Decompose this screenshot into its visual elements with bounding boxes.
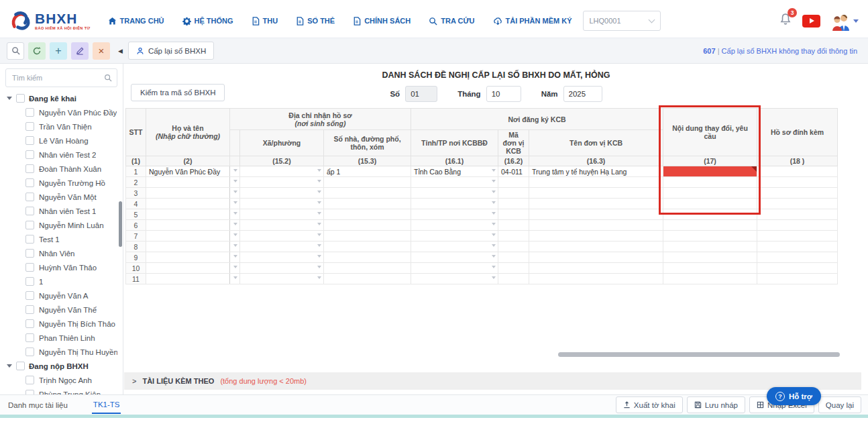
cell-street[interactable] (324, 252, 411, 263)
tree-item[interactable]: Nguyễn Minh Luân (0, 218, 123, 232)
nav-tra-cuu[interactable]: TRA CỨU (429, 17, 474, 25)
cell-kcb-code[interactable] (498, 209, 529, 220)
cell-province-residence[interactable] (230, 274, 240, 284)
cell-kcb-code[interactable] (498, 199, 529, 209)
item-checkbox[interactable] (25, 263, 34, 272)
cell-province-residence[interactable] (230, 242, 240, 252)
item-checkbox[interactable] (25, 207, 34, 215)
cell-kcb-province[interactable] (411, 188, 498, 199)
cell-kcb-name[interactable] (529, 220, 663, 231)
cell-province-residence[interactable] (230, 177, 240, 188)
cell-change[interactable] (663, 231, 757, 242)
so-input[interactable] (405, 86, 437, 102)
save-draft-button[interactable]: Lưu nháp (687, 396, 745, 413)
cell-kcb-name[interactable] (529, 199, 663, 209)
cell-ward[interactable] (240, 263, 324, 274)
cell-change[interactable] (663, 209, 757, 220)
cell-kcb-code[interactable] (498, 263, 529, 274)
cell-kcb-province[interactable]: Tỉnh Cao Bằng (411, 166, 498, 177)
cell-name[interactable]: Nguyễn Văn Phúc Đầy (146, 166, 230, 177)
group-checkbox[interactable] (16, 94, 25, 103)
cell-kcb-code[interactable] (498, 177, 529, 188)
help-button[interactable]: ? Hỗ trợ (767, 387, 821, 405)
tree-item[interactable]: Trần Văn Thiện (0, 119, 123, 133)
cell-attach[interactable] (757, 209, 838, 220)
back-button[interactable]: Quay lại (818, 396, 861, 413)
cell-name[interactable] (146, 199, 230, 209)
tab-tk1-ts[interactable]: TK1-TS (92, 396, 121, 414)
item-checkbox[interactable] (25, 333, 34, 342)
cell-ward[interactable] (240, 177, 324, 188)
tree-group-dang-ke-khai[interactable]: Đang kê khai (0, 91, 123, 105)
tree-item[interactable]: Nguyễn Thị Thu Huyền (0, 345, 123, 359)
item-checkbox[interactable] (25, 390, 34, 394)
cell-ward[interactable] (240, 242, 324, 252)
cell-kcb-code[interactable] (498, 252, 529, 263)
cell-name[interactable] (146, 177, 230, 188)
tree-item[interactable]: Nguyễn Văn A (0, 288, 123, 303)
cell-kcb-province[interactable] (411, 220, 498, 231)
year-input[interactable] (563, 86, 602, 102)
cell-attach[interactable] (757, 242, 838, 252)
horizontal-scrollbar[interactable] (558, 352, 840, 357)
cell-change[interactable] (663, 274, 757, 284)
cell-attach[interactable] (757, 166, 838, 177)
item-checkbox[interactable] (25, 178, 34, 187)
cell-change-error[interactable] (663, 166, 757, 177)
tree-item[interactable]: Huỳnh Văn Thảo (0, 260, 123, 274)
cell-kcb-province[interactable] (411, 177, 498, 188)
tab-danh-muc-tai-lieu[interactable]: Danh mục tài liệu (7, 397, 69, 413)
cell-kcb-name[interactable] (529, 177, 663, 188)
nav-tai-phan-mem-ky[interactable]: TẢI PHẦN MỀM KÝ (493, 17, 572, 25)
cell-street[interactable]: ấp 1 (324, 166, 411, 177)
item-checkbox[interactable] (25, 150, 34, 159)
tree-item[interactable]: 1 (0, 274, 123, 288)
sidebar-scrollbar[interactable] (119, 201, 122, 247)
cell-change[interactable] (663, 220, 757, 231)
cell-street[interactable] (324, 209, 411, 220)
cell-ward[interactable] (240, 274, 324, 284)
cell-name[interactable] (146, 242, 230, 252)
cell-ward[interactable] (240, 220, 324, 231)
delete-button[interactable]: × (93, 42, 110, 60)
tree-item[interactable]: Nguyễn Thị Bích Thảo (0, 317, 123, 331)
cell-kcb-province[interactable] (411, 252, 498, 263)
search-button[interactable] (7, 42, 24, 60)
cell-kcb-province[interactable] (411, 209, 498, 220)
cell-attach[interactable] (757, 263, 838, 274)
cell-street[interactable] (324, 263, 411, 274)
edit-button[interactable] (71, 42, 89, 60)
nav-he-thong[interactable]: HỆ THỐNG (182, 17, 233, 25)
tree-item[interactable]: Nguyễn Trường Hồ (0, 176, 123, 190)
cell-street[interactable] (324, 188, 411, 199)
item-checkbox[interactable] (25, 319, 34, 328)
cell-kcb-name[interactable] (529, 274, 663, 284)
cell-province-residence[interactable] (230, 263, 240, 274)
group-checkbox[interactable] (16, 362, 25, 370)
cell-province-residence[interactable] (230, 188, 240, 199)
cell-kcb-name[interactable] (529, 188, 663, 199)
item-checkbox[interactable] (25, 347, 34, 356)
cell-change[interactable] (663, 199, 757, 209)
tree-group-dang-nop-bhxh[interactable]: Đang nộp BHXH (0, 359, 123, 373)
attachments-expander[interactable]: > TÀI LIỆU KÈM THEO (tổng dung lượng < 2… (124, 372, 861, 390)
export-declaration-button[interactable]: Xuất tờ khai (616, 396, 683, 413)
cell-ward[interactable] (240, 166, 324, 177)
cell-kcb-name[interactable]: Trung tâm y tế huyện Hạ Lang (529, 166, 663, 177)
cell-ward[interactable] (240, 199, 324, 209)
nav-thu[interactable]: THU (252, 17, 278, 25)
cell-street[interactable] (324, 231, 411, 242)
tab-cap-lai-so-bhxh[interactable]: Cấp lại số BHXH (128, 42, 214, 60)
tree-item[interactable]: Nguyễn Văn Một (0, 190, 123, 204)
tree-item[interactable]: Nguyễn Văn Phúc Đầy (0, 105, 123, 119)
cell-ward[interactable] (240, 231, 324, 242)
cell-name[interactable] (146, 209, 230, 220)
tree-item[interactable]: Đoàn Thành Xuân (0, 162, 123, 176)
nav-so-the[interactable]: SỔ THẺ (296, 17, 335, 25)
cell-kcb-province[interactable] (411, 242, 498, 252)
cell-attach[interactable] (757, 274, 838, 284)
cell-street[interactable] (324, 220, 411, 231)
cell-kcb-province[interactable] (411, 274, 498, 284)
item-checkbox[interactable] (25, 305, 34, 314)
cell-name[interactable] (146, 252, 230, 263)
